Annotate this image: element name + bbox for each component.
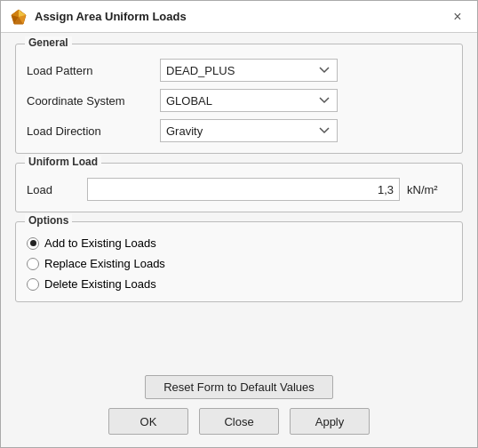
- action-buttons: OK Close Apply: [108, 408, 370, 435]
- radio-replace-existing-indicator: [27, 258, 39, 270]
- coordinate-system-control: GLOBAL LOCAL: [160, 89, 451, 112]
- options-section-title: Options: [25, 214, 72, 227]
- title-bar-left: Assign Area Uniform Loads: [10, 8, 187, 26]
- reset-button[interactable]: Reset Form to Default Values: [145, 375, 333, 399]
- dialog-title: Assign Area Uniform Loads: [35, 10, 187, 23]
- close-button[interactable]: Close: [199, 408, 279, 435]
- radio-replace-existing[interactable]: Replace Existing Loads: [27, 257, 451, 270]
- options-section: Options Add to Existing Loads Replace Ex…: [15, 221, 463, 302]
- load-direction-control: Gravity X Y Z: [160, 119, 451, 142]
- load-direction-label: Load Direction: [27, 124, 160, 138]
- app-icon: [10, 8, 28, 26]
- general-section-title: General: [25, 36, 72, 49]
- load-value-input[interactable]: [87, 178, 400, 201]
- load-pattern-label: Load Pattern: [27, 64, 160, 77]
- ok-button[interactable]: OK: [108, 408, 188, 435]
- radio-add-existing-label: Add to Existing Loads: [44, 236, 156, 250]
- load-value-row: Load kN/m²: [27, 178, 451, 201]
- radio-delete-existing[interactable]: Delete Existing Loads: [27, 277, 451, 291]
- close-icon-button[interactable]: ×: [447, 6, 468, 28]
- load-pattern-select[interactable]: DEAD_PLUS LIVE WIND SEISMIC: [160, 59, 338, 82]
- radio-delete-existing-indicator: [27, 278, 39, 291]
- radio-delete-existing-label: Delete Existing Loads: [44, 277, 156, 291]
- dialog: Assign Area Uniform Loads × General Load…: [0, 0, 478, 448]
- load-pattern-row: Load Pattern DEAD_PLUS LIVE WIND SEISMIC: [27, 59, 451, 82]
- coordinate-system-select[interactable]: GLOBAL LOCAL: [160, 89, 338, 112]
- radio-add-existing-indicator: [27, 237, 39, 250]
- load-value-label: Load: [27, 183, 80, 196]
- uniform-load-section-title: Uniform Load: [25, 156, 101, 168]
- load-direction-row: Load Direction Gravity X Y Z: [27, 119, 451, 142]
- general-section: General Load Pattern DEAD_PLUS LIVE WIND…: [15, 44, 463, 154]
- coordinate-system-label: Coordinate System: [27, 94, 160, 108]
- uniform-load-section: Uniform Load Load kN/m²: [15, 163, 463, 212]
- radio-replace-existing-label: Replace Existing Loads: [44, 257, 165, 270]
- title-bar: Assign Area Uniform Loads ×: [1, 1, 477, 33]
- apply-button[interactable]: Apply: [290, 408, 370, 435]
- load-pattern-control: DEAD_PLUS LIVE WIND SEISMIC: [160, 59, 451, 82]
- load-unit-label: kN/m²: [407, 183, 451, 196]
- dialog-content: General Load Pattern DEAD_PLUS LIVE WIND…: [1, 33, 477, 368]
- load-direction-select[interactable]: Gravity X Y Z: [160, 119, 338, 142]
- coordinate-system-row: Coordinate System GLOBAL LOCAL: [27, 89, 451, 112]
- bottom-section: Reset Form to Default Values OK Close Ap…: [1, 368, 477, 447]
- load-input-container: [87, 178, 400, 201]
- radio-add-existing[interactable]: Add to Existing Loads: [27, 236, 451, 250]
